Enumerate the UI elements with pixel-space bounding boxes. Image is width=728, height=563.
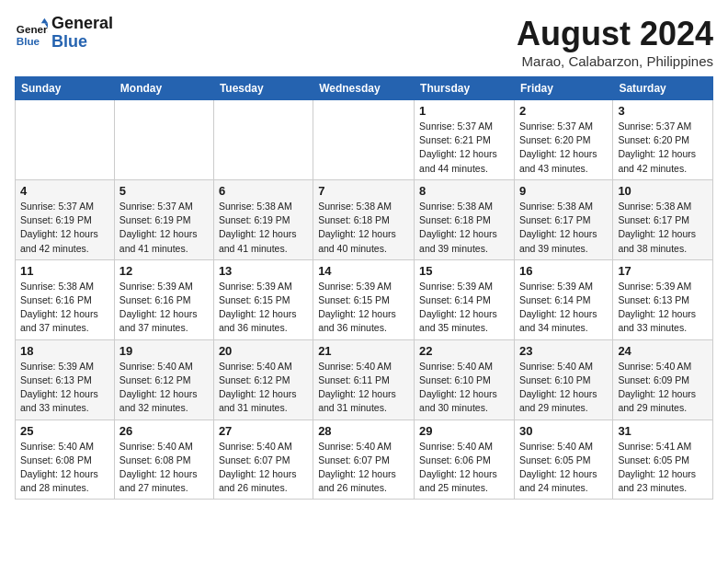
day-number: 24 xyxy=(618,344,708,358)
calendar-cell: 28Sunrise: 5:40 AM Sunset: 6:07 PM Dayli… xyxy=(313,419,415,500)
cell-content: 4Sunrise: 5:37 AM Sunset: 6:19 PM Daylig… xyxy=(20,184,109,256)
logo: General Blue General Blue xyxy=(15,15,113,52)
cell-details: Sunrise: 5:39 AM Sunset: 6:15 PM Dayligh… xyxy=(318,280,409,336)
calendar-cell: 14Sunrise: 5:39 AM Sunset: 6:15 PM Dayli… xyxy=(313,259,415,339)
calendar-cell: 15Sunrise: 5:39 AM Sunset: 6:14 PM Dayli… xyxy=(415,259,515,339)
calendar-cell: 26Sunrise: 5:40 AM Sunset: 6:08 PM Dayli… xyxy=(114,419,213,500)
day-number: 30 xyxy=(519,424,608,438)
day-number: 17 xyxy=(618,264,708,278)
cell-details: Sunrise: 5:37 AM Sunset: 6:20 PM Dayligh… xyxy=(519,120,608,176)
calendar-week-row: 18Sunrise: 5:39 AM Sunset: 6:13 PM Dayli… xyxy=(16,339,713,419)
cell-details: Sunrise: 5:39 AM Sunset: 6:14 PM Dayligh… xyxy=(519,280,608,336)
weekday-header-tuesday: Tuesday xyxy=(213,77,313,100)
day-number: 3 xyxy=(618,104,708,118)
calendar-cell: 3Sunrise: 5:37 AM Sunset: 6:20 PM Daylig… xyxy=(613,100,713,180)
page-header: General Blue General Blue August 2024 Ma… xyxy=(15,15,713,69)
weekday-header-monday: Monday xyxy=(114,77,213,100)
cell-details: Sunrise: 5:38 AM Sunset: 6:17 PM Dayligh… xyxy=(519,200,608,256)
calendar-cell: 9Sunrise: 5:38 AM Sunset: 6:17 PM Daylig… xyxy=(514,179,612,259)
day-number: 31 xyxy=(618,424,708,438)
calendar-week-row: 11Sunrise: 5:38 AM Sunset: 6:16 PM Dayli… xyxy=(16,259,713,339)
calendar-cell: 13Sunrise: 5:39 AM Sunset: 6:15 PM Dayli… xyxy=(213,259,313,339)
cell-content: 16Sunrise: 5:39 AM Sunset: 6:14 PM Dayli… xyxy=(519,264,608,336)
cell-content: 17Sunrise: 5:39 AM Sunset: 6:13 PM Dayli… xyxy=(618,264,708,336)
calendar-cell: 8Sunrise: 5:38 AM Sunset: 6:18 PM Daylig… xyxy=(415,179,515,259)
calendar-cell: 10Sunrise: 5:38 AM Sunset: 6:17 PM Dayli… xyxy=(613,179,713,259)
cell-details: Sunrise: 5:40 AM Sunset: 6:10 PM Dayligh… xyxy=(419,360,509,416)
weekday-header-thursday: Thursday xyxy=(415,77,515,100)
cell-details: Sunrise: 5:40 AM Sunset: 6:07 PM Dayligh… xyxy=(219,440,308,496)
cell-content: 9Sunrise: 5:38 AM Sunset: 6:17 PM Daylig… xyxy=(519,184,608,256)
cell-content: 22Sunrise: 5:40 AM Sunset: 6:10 PM Dayli… xyxy=(419,344,509,416)
cell-details: Sunrise: 5:37 AM Sunset: 6:20 PM Dayligh… xyxy=(618,120,708,176)
cell-details: Sunrise: 5:40 AM Sunset: 6:08 PM Dayligh… xyxy=(20,440,109,496)
cell-details: Sunrise: 5:37 AM Sunset: 6:19 PM Dayligh… xyxy=(119,200,209,256)
day-number: 1 xyxy=(419,104,509,118)
calendar-cell xyxy=(114,100,213,180)
calendar-cell: 1Sunrise: 5:37 AM Sunset: 6:21 PM Daylig… xyxy=(415,100,515,180)
calendar-week-row: 25Sunrise: 5:40 AM Sunset: 6:08 PM Dayli… xyxy=(16,419,713,500)
cell-content: 31Sunrise: 5:41 AM Sunset: 6:05 PM Dayli… xyxy=(618,424,708,496)
day-number: 16 xyxy=(519,264,608,278)
calendar-week-row: 1Sunrise: 5:37 AM Sunset: 6:21 PM Daylig… xyxy=(16,100,713,180)
cell-details: Sunrise: 5:40 AM Sunset: 6:12 PM Dayligh… xyxy=(219,360,308,416)
svg-text:General: General xyxy=(17,23,48,35)
calendar-cell: 2Sunrise: 5:37 AM Sunset: 6:20 PM Daylig… xyxy=(514,100,612,180)
day-number: 5 xyxy=(119,184,209,198)
cell-details: Sunrise: 5:37 AM Sunset: 6:21 PM Dayligh… xyxy=(419,120,509,176)
cell-content: 21Sunrise: 5:40 AM Sunset: 6:11 PM Dayli… xyxy=(318,344,409,416)
calendar-cell: 20Sunrise: 5:40 AM Sunset: 6:12 PM Dayli… xyxy=(213,339,313,419)
cell-content: 18Sunrise: 5:39 AM Sunset: 6:13 PM Dayli… xyxy=(20,344,109,416)
day-number: 14 xyxy=(318,264,409,278)
cell-details: Sunrise: 5:39 AM Sunset: 6:13 PM Dayligh… xyxy=(20,360,109,416)
day-number: 19 xyxy=(119,344,209,358)
calendar-cell: 25Sunrise: 5:40 AM Sunset: 6:08 PM Dayli… xyxy=(16,419,115,500)
day-number: 11 xyxy=(20,264,109,278)
cell-details: Sunrise: 5:38 AM Sunset: 6:17 PM Dayligh… xyxy=(618,200,708,256)
cell-details: Sunrise: 5:39 AM Sunset: 6:15 PM Dayligh… xyxy=(219,280,308,336)
day-number: 13 xyxy=(219,264,308,278)
calendar-cell: 31Sunrise: 5:41 AM Sunset: 6:05 PM Dayli… xyxy=(613,419,713,500)
weekday-header-friday: Friday xyxy=(514,77,612,100)
cell-details: Sunrise: 5:39 AM Sunset: 6:14 PM Dayligh… xyxy=(419,280,509,336)
calendar-cell: 6Sunrise: 5:38 AM Sunset: 6:19 PM Daylig… xyxy=(213,179,313,259)
location-subtitle: Marao, Calabarzon, Philippines xyxy=(517,53,713,69)
calendar-cell: 18Sunrise: 5:39 AM Sunset: 6:13 PM Dayli… xyxy=(16,339,115,419)
day-number: 6 xyxy=(219,184,308,198)
cell-content: 10Sunrise: 5:38 AM Sunset: 6:17 PM Dayli… xyxy=(618,184,708,256)
cell-content: 13Sunrise: 5:39 AM Sunset: 6:15 PM Dayli… xyxy=(219,264,308,336)
cell-content: 6Sunrise: 5:38 AM Sunset: 6:19 PM Daylig… xyxy=(219,184,308,256)
cell-details: Sunrise: 5:38 AM Sunset: 6:19 PM Dayligh… xyxy=(219,200,308,256)
day-number: 12 xyxy=(119,264,209,278)
day-number: 21 xyxy=(318,344,409,358)
logo-blue: Blue xyxy=(51,33,113,52)
day-number: 27 xyxy=(219,424,308,438)
calendar-cell: 29Sunrise: 5:40 AM Sunset: 6:06 PM Dayli… xyxy=(415,419,515,500)
cell-content: 30Sunrise: 5:40 AM Sunset: 6:05 PM Dayli… xyxy=(519,424,608,496)
day-number: 8 xyxy=(419,184,509,198)
logo-icon: General Blue xyxy=(15,17,48,50)
day-number: 28 xyxy=(318,424,409,438)
cell-content: 12Sunrise: 5:39 AM Sunset: 6:16 PM Dayli… xyxy=(119,264,209,336)
calendar-cell: 27Sunrise: 5:40 AM Sunset: 6:07 PM Dayli… xyxy=(213,419,313,500)
cell-details: Sunrise: 5:39 AM Sunset: 6:13 PM Dayligh… xyxy=(618,280,708,336)
cell-details: Sunrise: 5:40 AM Sunset: 6:07 PM Dayligh… xyxy=(318,440,409,496)
cell-details: Sunrise: 5:40 AM Sunset: 6:11 PM Dayligh… xyxy=(318,360,409,416)
cell-content: 28Sunrise: 5:40 AM Sunset: 6:07 PM Dayli… xyxy=(318,424,409,496)
calendar-cell xyxy=(213,100,313,180)
cell-content: 15Sunrise: 5:39 AM Sunset: 6:14 PM Dayli… xyxy=(419,264,509,336)
calendar-cell: 16Sunrise: 5:39 AM Sunset: 6:14 PM Dayli… xyxy=(514,259,612,339)
calendar-cell: 4Sunrise: 5:37 AM Sunset: 6:19 PM Daylig… xyxy=(16,179,115,259)
calendar-cell: 23Sunrise: 5:40 AM Sunset: 6:10 PM Dayli… xyxy=(514,339,612,419)
calendar-cell: 19Sunrise: 5:40 AM Sunset: 6:12 PM Dayli… xyxy=(114,339,213,419)
day-number: 29 xyxy=(419,424,509,438)
calendar-table: SundayMondayTuesdayWednesdayThursdayFrid… xyxy=(15,76,713,500)
weekday-header-row: SundayMondayTuesdayWednesdayThursdayFrid… xyxy=(16,77,713,100)
cell-content: 3Sunrise: 5:37 AM Sunset: 6:20 PM Daylig… xyxy=(618,104,708,176)
day-number: 15 xyxy=(419,264,509,278)
cell-content: 14Sunrise: 5:39 AM Sunset: 6:15 PM Dayli… xyxy=(318,264,409,336)
cell-content: 20Sunrise: 5:40 AM Sunset: 6:12 PM Dayli… xyxy=(219,344,308,416)
cell-details: Sunrise: 5:40 AM Sunset: 6:10 PM Dayligh… xyxy=(519,360,608,416)
cell-details: Sunrise: 5:40 AM Sunset: 6:09 PM Dayligh… xyxy=(618,360,708,416)
cell-content: 27Sunrise: 5:40 AM Sunset: 6:07 PM Dayli… xyxy=(219,424,308,496)
